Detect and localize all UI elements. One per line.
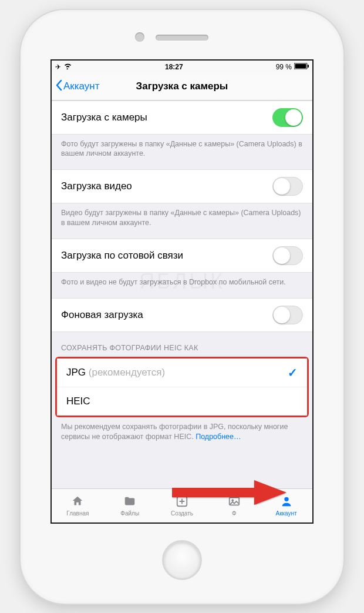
tab-create[interactable]: Создать [156, 489, 208, 522]
screen: ✈︎ 18:27 99 % Аккаунт Загрузка с камеры [50, 59, 314, 524]
navigation-header: Аккаунт Загрузка с камеры [52, 73, 312, 101]
phone-speaker [156, 35, 208, 41]
tab-label: Главная [66, 510, 89, 517]
plus-icon [175, 495, 189, 509]
chevron-left-icon [55, 79, 62, 94]
row-label: Загрузка видео [61, 180, 132, 192]
row-camera-upload[interactable]: Загрузка с камеры [52, 101, 312, 135]
phone-front-camera [135, 32, 144, 42]
svg-rect-2 [308, 65, 309, 68]
tab-files[interactable]: Файлы [104, 489, 156, 522]
back-button[interactable]: Аккаунт [55, 79, 100, 94]
checkmark-icon: ✓ [288, 366, 298, 380]
row-format-jpg[interactable]: JPG (рекомендуется) ✓ [57, 359, 307, 387]
tab-label: Создать [171, 510, 193, 517]
row-video-upload[interactable]: Загрузка видео [52, 169, 312, 203]
toggle-camera-upload[interactable] [272, 108, 303, 127]
footer-heic: Мы рекомендуем сохранять фотографии в JP… [52, 417, 312, 453]
svg-rect-1 [295, 63, 306, 68]
battery-icon [294, 63, 309, 71]
toggle-video-upload[interactable] [272, 177, 303, 196]
row-label: Загрузка по сотовой связи [61, 250, 183, 262]
tab-bar: Главная Файлы Создать Ф Аккаунт [52, 488, 312, 522]
row-label: Загрузка с камеры [61, 112, 147, 123]
heic-format-group-highlight: JPG (рекомендуется) ✓ HEIC [55, 357, 309, 417]
row-cellular-upload[interactable]: Загрузка по сотовой связи [52, 239, 312, 273]
svg-point-6 [284, 497, 288, 501]
tab-home[interactable]: Главная [52, 489, 104, 522]
row-background-upload[interactable]: Фоновая загрузка [52, 298, 312, 332]
airplane-mode-icon: ✈︎ [55, 63, 61, 71]
footer-camera-upload: Фото будут загружены в папку «Данные с к… [52, 135, 312, 170]
home-icon [70, 495, 85, 509]
person-icon [279, 495, 294, 509]
folder-icon [123, 495, 137, 509]
tab-photos[interactable]: Ф [208, 489, 260, 522]
home-button[interactable] [162, 540, 202, 580]
toggle-cellular-upload[interactable] [272, 246, 303, 265]
tab-label: Файлы [120, 510, 139, 517]
footer-heic-text: Мы рекомендуем сохранять фотографии в JP… [61, 423, 288, 441]
tab-label: Аккаунт [275, 510, 296, 517]
photos-icon [227, 495, 241, 509]
format-jpg-recommended: (рекомендуется) [89, 367, 165, 378]
toggle-background-upload[interactable] [272, 306, 303, 324]
tab-account[interactable]: Аккаунт [260, 489, 312, 522]
settings-list[interactable]: Загрузка с камеры Фото будут загружены в… [52, 101, 312, 488]
row-format-heic[interactable]: HEIC [57, 387, 307, 416]
wifi-icon [63, 63, 72, 71]
svg-point-5 [231, 499, 234, 501]
back-label: Аккаунт [63, 81, 100, 92]
phone-frame: ✈︎ 18:27 99 % Аккаунт Загрузка с камеры [21, 10, 343, 604]
format-heic-label: HEIC [66, 396, 90, 407]
footer-cellular-upload: Фото и видео не будут загружаться в Drop… [52, 273, 312, 298]
status-bar: ✈︎ 18:27 99 % [52, 61, 312, 73]
status-time: 18:27 [165, 63, 183, 71]
footer-video-upload: Видео будут загружены в папку «Данные с … [52, 203, 312, 239]
section-header-heic: СОХРАНЯТЬ ФОТОГРАФИИ HEIC КАК [52, 332, 312, 357]
format-jpg-label: JPG [66, 367, 86, 378]
tab-label: Ф [232, 510, 237, 517]
learn-more-link[interactable]: Подробнее… [196, 433, 241, 441]
battery-percent: 99 % [276, 63, 292, 71]
row-label: Фоновая загрузка [61, 309, 143, 321]
